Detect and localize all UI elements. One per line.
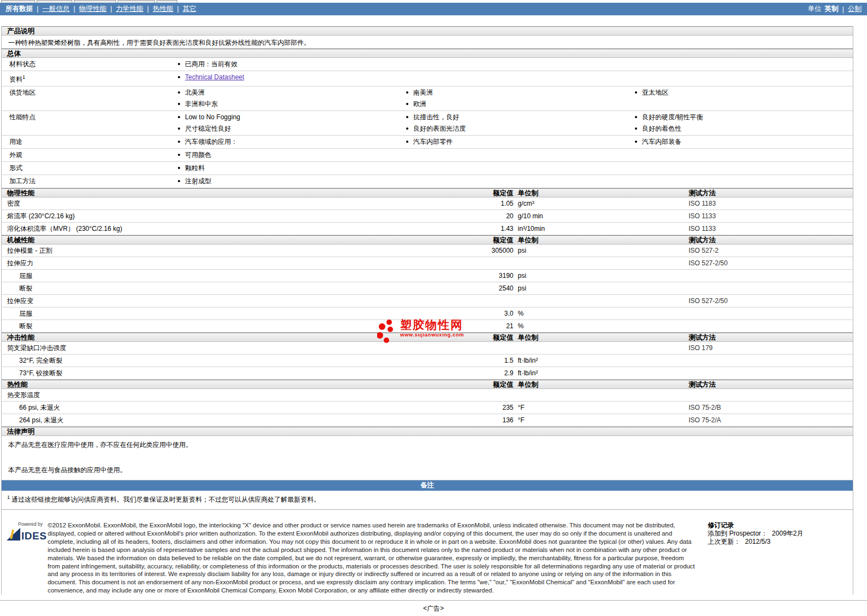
- bullet-column: 汽车内部装备: [634, 136, 853, 148]
- section-title: 机械性能: [2, 236, 385, 244]
- property-value: 1.5: [385, 355, 513, 367]
- property-name: 拉伸应变: [2, 295, 385, 307]
- column-header-value: 额定值: [385, 381, 513, 388]
- property-unit: psi: [513, 282, 686, 294]
- property-row: 拉伸应力ISO 527-2/50: [2, 257, 853, 270]
- nav-tab-physical[interactable]: 物理性能: [79, 5, 107, 13]
- property-value: 21: [385, 320, 513, 332]
- property-value: 2540: [385, 282, 513, 294]
- property-name: 32°F, 完全断裂: [2, 355, 385, 367]
- property-method: ISO 527-2: [686, 245, 853, 257]
- unit-metric-link[interactable]: 公制: [848, 4, 862, 14]
- bullet-column: 良好的硬度/韧性平衡良好的着色性: [634, 112, 853, 135]
- property-row: 拉伸应变ISO 527-2/50: [2, 295, 853, 307]
- property-method: [686, 270, 853, 282]
- ides-triangle-icon: [6, 527, 21, 541]
- footnote-text: 通过这些链接您能够访问供应商资料。我们尽量保证及时更新资料；不过您可以从供应商处…: [11, 496, 320, 503]
- bullet-item: 欧洲: [405, 98, 634, 110]
- bullet-icon: [635, 116, 637, 118]
- column-header-method: 测试方法: [686, 334, 853, 341]
- bullet-item: 良好的着色性: [634, 123, 853, 135]
- property-name: 简支梁缺口冲击强度: [2, 342, 385, 354]
- bullet-column: [405, 176, 634, 187]
- bullet-text: 北美洲: [185, 89, 205, 96]
- bullet-column: [405, 149, 634, 161]
- legal-statements: 本产品无意在医疗应用中使用，亦不应在任何此类应用中使用。 本产品无意在与食品接触…: [2, 436, 853, 480]
- bullet-icon: [178, 91, 180, 94]
- property-tables: 物理性能额定值单位制测试方法密度1.05g/cm³ISO 1183熔流率 (23…: [2, 188, 853, 427]
- property-value: 1.43: [385, 223, 513, 235]
- property-value: 1.05: [385, 197, 513, 210]
- bullet-icon: [178, 180, 180, 182]
- bullet-icon: [406, 91, 408, 94]
- bullet-column: 注射成型: [177, 176, 405, 187]
- property-value: [385, 295, 513, 307]
- section-header-product-description: 产品说明: [2, 26, 853, 36]
- nav-tab-general-info[interactable]: 一般信息: [42, 5, 70, 13]
- bullet-column: 可用颜色: [177, 149, 405, 161]
- column-header-method: 测试方法: [686, 381, 853, 388]
- bullet-icon: [178, 167, 180, 169]
- bullet-icon: [406, 141, 408, 143]
- property-method: ISO 527-2/50: [686, 257, 853, 269]
- property-row: 66 psi, 未退火235°FISO 75-2/B: [2, 402, 853, 414]
- property-unit: [513, 295, 686, 307]
- property-name: 溶化体积流率（MVR） (230°C/2.16 kg): [2, 223, 385, 235]
- bullet-column: 已商用：当前有效: [177, 59, 405, 70]
- nav-tab-mechanical[interactable]: 力学性能: [116, 5, 143, 13]
- bullet-column: [405, 162, 634, 174]
- bullet-text: 良好的硬度/韧性平衡: [642, 113, 703, 121]
- bullet-item: 颗粒料: [177, 162, 405, 174]
- property-method: [686, 367, 853, 379]
- property-name: 73°F, 铰接断裂: [2, 367, 385, 379]
- property-name: 屈服: [2, 307, 385, 319]
- row-label: 加工方法: [2, 176, 177, 187]
- section-title: 热性能: [2, 381, 385, 388]
- table-header-impact: 冲击性能额定值单位制测试方法: [2, 333, 853, 342]
- property-name: 断裂: [2, 320, 385, 332]
- property-method: ISO 75-2/B: [686, 402, 853, 414]
- nav-tab-thermal[interactable]: 热性能: [153, 5, 174, 13]
- bullet-text: 良好的着色性: [642, 125, 681, 132]
- property-unit: g/cm³: [513, 197, 686, 210]
- bullet-text: 亚太地区: [642, 89, 668, 96]
- bullet-item: 汽车领域的应用：: [177, 136, 405, 148]
- bullet-column: [405, 72, 634, 85]
- column-header-method: 测试方法: [686, 236, 853, 244]
- property-row: 熔流率 (230°C/2.16 kg)20g/10 minISO 1133: [2, 210, 853, 223]
- table-header-thermal: 热性能额定值单位制测试方法: [2, 380, 853, 389]
- property-method: [686, 307, 853, 319]
- bullet-icon: [178, 63, 180, 65]
- technical-datasheet-link[interactable]: Technical Datasheet: [185, 73, 244, 81]
- property-method: ISO 1183: [686, 197, 853, 210]
- property-value: [385, 257, 513, 269]
- ides-logo-text: IDES: [21, 531, 47, 541]
- property-name: 拉伸模量 - 正割: [2, 245, 385, 257]
- ad-placeholder: <广告>: [0, 600, 867, 616]
- property-value: 3.0: [385, 307, 513, 319]
- bullet-column: 颗粒料: [177, 162, 405, 174]
- nav-separator: |: [177, 5, 179, 13]
- property-row: 密度1.05g/cm³ISO 1183: [2, 197, 853, 210]
- general-row: 性能特点Low to No Fogging尺寸稳定性良好抗撞击性，良好良好的表面…: [2, 111, 853, 136]
- bullet-item: Technical Datasheet: [177, 72, 405, 83]
- column-header-unit: 单位制: [513, 189, 686, 197]
- bullet-column: [634, 72, 853, 85]
- tab-stub: [157, 0, 177, 3]
- general-row: 加工方法注射成型: [2, 175, 853, 188]
- nav-separator: |: [842, 5, 844, 13]
- nav-tab-all-data[interactable]: 所有数据: [5, 5, 33, 13]
- nav-tab-other[interactable]: 其它: [183, 5, 196, 13]
- bullet-icon: [178, 76, 180, 78]
- bullet-icon: [635, 91, 637, 94]
- property-unit: psi: [513, 270, 686, 282]
- bullet-column: Low to No Fogging尺寸稳定性良好: [177, 112, 405, 135]
- property-name: 断裂: [2, 282, 385, 294]
- revision-updated-value: 2012/5/3: [745, 538, 771, 545]
- row-label: 资料1: [2, 72, 177, 85]
- row-label: 供货地区: [2, 87, 177, 110]
- bullet-text: Low to No Fogging: [185, 113, 240, 121]
- property-unit: %: [513, 307, 686, 319]
- bullet-item: 良好的表面光洁度: [405, 123, 634, 135]
- unit-imperial-current[interactable]: 英制: [825, 4, 839, 14]
